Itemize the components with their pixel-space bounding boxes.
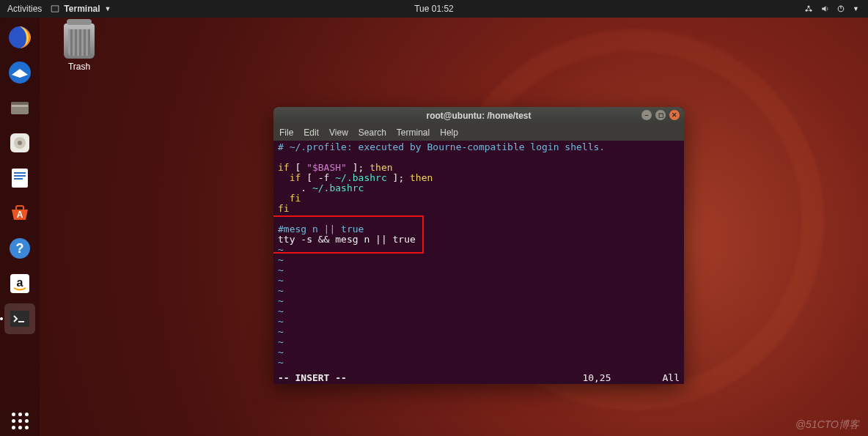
editor-empty-line: ~ (278, 368, 680, 372)
terminal-editor-area[interactable]: # ~/.profile: executed by Bourne-compati… (273, 141, 684, 372)
rhythmbox-icon (7, 130, 32, 155)
help-icon: ? (7, 236, 32, 261)
svg-rect-11 (11, 102, 29, 105)
window-maximize-button[interactable]: ◻ (655, 110, 666, 120)
network-icon (804, 4, 813, 13)
topbar-app-label: Terminal (64, 4, 100, 14)
editor-line (278, 214, 680, 224)
editor-line: . ~/.bashrc (278, 183, 680, 193)
desktop-trash-label: Trash (57, 62, 101, 72)
activities-button[interactable]: Activities (7, 4, 42, 14)
editor-empty-line: ~ (278, 306, 680, 317)
volume-icon (820, 4, 829, 13)
chevron-down-icon: ▼ (853, 5, 859, 12)
terminal-icon (7, 306, 32, 331)
vim-scroll-pos: All (663, 372, 680, 383)
vim-status-line: -- INSERT -- 10,25 All (273, 372, 684, 384)
editor-empty-line: ~ (278, 245, 680, 255)
menu-help[interactable]: Help (440, 128, 458, 138)
editor-empty-line: ~ (278, 296, 680, 306)
topbar-clock[interactable]: Tue 01:52 (414, 4, 454, 14)
dock-files[interactable] (4, 92, 35, 123)
svg-rect-26 (18, 321, 24, 322)
svg-rect-16 (14, 172, 26, 174)
window-minimize-button[interactable]: – (641, 110, 652, 120)
editor-empty-line: ~ (278, 358, 680, 368)
amazon-icon: a (7, 271, 32, 296)
editor-line: fi (278, 204, 680, 214)
editor-line: #mesg n || true (278, 224, 680, 234)
editor-empty-line: ~ (278, 255, 680, 265)
editor-empty-line: ~ (278, 347, 680, 358)
topbar-status-area[interactable]: ▼ (804, 4, 868, 13)
svg-point-14 (18, 141, 22, 145)
gnome-topbar: Activities Terminal ▼ Tue 01:52 ▼ (0, 0, 868, 18)
dock-help[interactable]: ? (4, 233, 35, 264)
topbar-app-menu[interactable]: Terminal ▼ (51, 4, 111, 14)
menu-file[interactable]: File (279, 128, 293, 138)
power-icon (836, 4, 845, 13)
svg-text:a: a (17, 276, 23, 289)
svg-rect-10 (12, 105, 28, 107)
terminal-menubar: File Edit View Search Terminal Help (273, 125, 684, 141)
firefox-icon (7, 25, 32, 50)
svg-text:A: A (17, 210, 23, 220)
show-applications[interactable] (4, 405, 35, 436)
editor-empty-line: ~ (278, 265, 680, 276)
menu-edit[interactable]: Edit (304, 128, 319, 138)
watermark: @51CTO博客 (795, 418, 859, 432)
dock-thunderbird[interactable] (4, 57, 35, 88)
window-titlebar[interactable]: root@ubuntu: /home/test – ◻ ✕ (273, 107, 684, 125)
writer-icon (7, 166, 32, 191)
terminal-icon (51, 4, 59, 13)
svg-rect-17 (14, 175, 26, 177)
editor-line: if [ "$BASH" ]; then (278, 163, 680, 173)
dock-firefox[interactable] (4, 22, 35, 53)
files-icon (7, 95, 32, 120)
editor-empty-line: ~ (278, 286, 680, 296)
dock-rhythmbox[interactable] (4, 128, 35, 158)
software-icon: A (7, 201, 32, 226)
svg-rect-6 (840, 6, 841, 10)
editor-line: if [ -f ~/.bashrc ]; then (278, 173, 680, 183)
svg-rect-18 (14, 178, 23, 180)
window-title: root@ubuntu: /home/test (426, 111, 531, 121)
window-close-button[interactable]: ✕ (669, 110, 680, 120)
dock-software[interactable]: A (4, 198, 35, 229)
editor-empty-line: ~ (278, 276, 680, 286)
editor-line: tty -s && mesg n || true (278, 234, 680, 245)
svg-rect-1 (52, 6, 59, 12)
thunderbird-icon (7, 60, 32, 85)
apps-grid-icon (12, 413, 29, 429)
menu-view[interactable]: View (329, 128, 348, 138)
trash-icon (64, 23, 95, 59)
editor-line: fi (278, 193, 680, 204)
desktop-trash[interactable]: Trash (57, 23, 101, 72)
dock: A ? a (0, 18, 40, 436)
menu-terminal[interactable]: Terminal (397, 128, 430, 138)
dock-amazon[interactable]: a (4, 268, 35, 299)
editor-line (278, 152, 680, 163)
vim-cursor-pos: 10,25 (582, 372, 611, 383)
dock-libreoffice[interactable] (4, 163, 35, 193)
svg-text:?: ? (16, 241, 24, 256)
editor-empty-line: ~ (278, 337, 680, 347)
dock-terminal[interactable] (4, 303, 35, 334)
editor-empty-line: ~ (278, 327, 680, 337)
editor-line: # ~/.profile: executed by Bourne-compati… (278, 142, 680, 152)
menu-search[interactable]: Search (358, 128, 386, 138)
editor-empty-line: ~ (278, 317, 680, 327)
vim-mode: -- INSERT -- (278, 372, 347, 383)
chevron-down-icon: ▼ (104, 5, 111, 12)
terminal-window: root@ubuntu: /home/test – ◻ ✕ File Edit … (273, 107, 684, 384)
svg-rect-25 (10, 311, 29, 327)
